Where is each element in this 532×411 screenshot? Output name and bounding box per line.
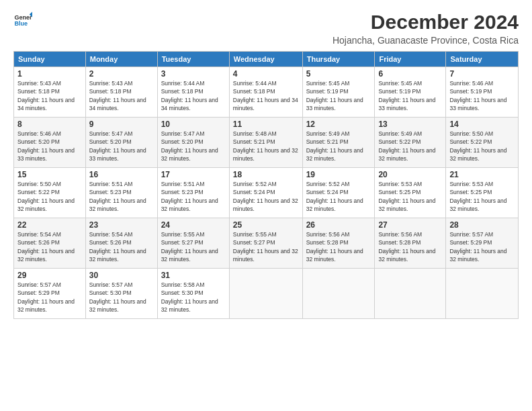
page: General Blue December 2024 Hojancha, Gua… [0, 0, 532, 411]
table-row: 14Sunrise: 5:50 AMSunset: 5:22 PMDayligh… [446, 118, 519, 168]
day-number: 21 [449, 170, 515, 179]
svg-text:Blue: Blue [14, 20, 28, 27]
day-info: Sunrise: 5:45 AMSunset: 5:19 PMDaylight:… [306, 79, 371, 112]
header-saturday: Saturday [446, 52, 519, 67]
day-info: Sunrise: 5:50 AMSunset: 5:22 PMDaylight:… [449, 130, 515, 163]
day-number: 6 [378, 69, 442, 79]
table-row [375, 269, 446, 319]
day-number: 1 [17, 69, 82, 79]
table-row: 9Sunrise: 5:47 AMSunset: 5:20 PMDaylight… [85, 118, 157, 168]
table-row: 20Sunrise: 5:53 AMSunset: 5:25 PMDayligh… [375, 168, 446, 218]
day-number: 30 [89, 271, 154, 280]
table-row [229, 269, 302, 319]
day-number: 27 [378, 220, 442, 230]
table-row: 1Sunrise: 5:43 AMSunset: 5:18 PMDaylight… [14, 67, 86, 118]
day-info: Sunrise: 5:44 AMSunset: 5:18 PMDaylight:… [233, 79, 299, 112]
table-row: 18Sunrise: 5:52 AMSunset: 5:24 PMDayligh… [229, 168, 302, 218]
day-number: 14 [449, 120, 515, 129]
day-info: Sunrise: 5:53 AMSunset: 5:25 PMDaylight:… [378, 180, 442, 213]
day-number: 11 [233, 120, 299, 129]
day-info: Sunrise: 5:51 AMSunset: 5:23 PMDaylight:… [89, 180, 154, 213]
day-info: Sunrise: 5:47 AMSunset: 5:20 PMDaylight:… [89, 130, 154, 163]
day-info: Sunrise: 5:53 AMSunset: 5:25 PMDaylight:… [449, 180, 515, 213]
table-row: 13Sunrise: 5:49 AMSunset: 5:22 PMDayligh… [375, 118, 446, 168]
day-info: Sunrise: 5:44 AMSunset: 5:18 PMDaylight:… [161, 79, 226, 112]
table-row: 31Sunrise: 5:58 AMSunset: 5:30 PMDayligh… [157, 269, 229, 319]
svg-text:General: General [14, 14, 32, 21]
day-number: 17 [161, 170, 226, 179]
day-info: Sunrise: 5:58 AMSunset: 5:30 PMDaylight:… [161, 281, 226, 314]
day-number: 26 [306, 220, 371, 230]
main-title: December 2024 [332, 11, 519, 34]
day-number: 18 [233, 170, 299, 179]
table-row: 10Sunrise: 5:47 AMSunset: 5:20 PMDayligh… [157, 118, 229, 168]
day-number: 8 [17, 120, 82, 129]
table-row: 23Sunrise: 5:54 AMSunset: 5:26 PMDayligh… [85, 218, 157, 269]
calendar-week-row: 29Sunrise: 5:57 AMSunset: 5:29 PMDayligh… [14, 269, 519, 319]
day-info: Sunrise: 5:47 AMSunset: 5:20 PMDaylight:… [161, 130, 226, 163]
table-row: 4Sunrise: 5:44 AMSunset: 5:18 PMDaylight… [229, 67, 302, 118]
logo-icon: General Blue [13, 11, 32, 30]
day-number: 7 [449, 69, 515, 79]
calendar-week-row: 22Sunrise: 5:54 AMSunset: 5:26 PMDayligh… [14, 218, 519, 269]
header-monday: Monday [85, 52, 157, 67]
day-info: Sunrise: 5:57 AMSunset: 5:29 PMDaylight:… [17, 281, 82, 314]
calendar-week-row: 1Sunrise: 5:43 AMSunset: 5:18 PMDaylight… [14, 67, 519, 118]
title-block: December 2024 Hojancha, Guanacaste Provi… [332, 11, 519, 46]
day-info: Sunrise: 5:43 AMSunset: 5:18 PMDaylight:… [17, 79, 82, 112]
header-thursday: Thursday [302, 52, 375, 67]
day-number: 5 [306, 69, 371, 79]
day-info: Sunrise: 5:52 AMSunset: 5:24 PMDaylight:… [306, 180, 371, 213]
table-row: 30Sunrise: 5:57 AMSunset: 5:30 PMDayligh… [85, 269, 157, 319]
calendar-table: Sunday Monday Tuesday Wednesday Thursday… [13, 51, 519, 319]
header-friday: Friday [375, 52, 446, 67]
table-row: 5Sunrise: 5:45 AMSunset: 5:19 PMDaylight… [302, 67, 375, 118]
day-number: 16 [89, 170, 154, 179]
table-row: 21Sunrise: 5:53 AMSunset: 5:25 PMDayligh… [446, 168, 519, 218]
day-info: Sunrise: 5:57 AMSunset: 5:29 PMDaylight:… [449, 230, 515, 263]
table-row: 7Sunrise: 5:46 AMSunset: 5:19 PMDaylight… [446, 67, 519, 118]
table-row: 26Sunrise: 5:56 AMSunset: 5:28 PMDayligh… [302, 218, 375, 269]
day-info: Sunrise: 5:52 AMSunset: 5:24 PMDaylight:… [233, 180, 299, 213]
day-info: Sunrise: 5:43 AMSunset: 5:18 PMDaylight:… [89, 79, 154, 112]
day-number: 4 [233, 69, 299, 79]
calendar-week-row: 8Sunrise: 5:46 AMSunset: 5:20 PMDaylight… [14, 118, 519, 168]
header: General Blue December 2024 Hojancha, Gua… [13, 11, 519, 46]
table-row: 12Sunrise: 5:49 AMSunset: 5:21 PMDayligh… [302, 118, 375, 168]
day-info: Sunrise: 5:46 AMSunset: 5:19 PMDaylight:… [449, 79, 515, 112]
day-info: Sunrise: 5:56 AMSunset: 5:28 PMDaylight:… [306, 230, 371, 263]
table-row: 28Sunrise: 5:57 AMSunset: 5:29 PMDayligh… [446, 218, 519, 269]
day-number: 9 [89, 120, 154, 129]
table-row: 11Sunrise: 5:48 AMSunset: 5:21 PMDayligh… [229, 118, 302, 168]
subtitle: Hojancha, Guanacaste Province, Costa Ric… [332, 35, 519, 46]
day-number: 15 [17, 170, 82, 179]
day-number: 28 [449, 220, 515, 230]
table-row: 2Sunrise: 5:43 AMSunset: 5:18 PMDaylight… [85, 67, 157, 118]
day-info: Sunrise: 5:54 AMSunset: 5:26 PMDaylight:… [89, 230, 154, 263]
header-wednesday: Wednesday [229, 52, 302, 67]
day-info: Sunrise: 5:49 AMSunset: 5:21 PMDaylight:… [306, 130, 371, 163]
day-info: Sunrise: 5:56 AMSunset: 5:28 PMDaylight:… [378, 230, 442, 263]
day-info: Sunrise: 5:54 AMSunset: 5:26 PMDaylight:… [17, 230, 82, 263]
table-row [446, 269, 519, 319]
day-info: Sunrise: 5:55 AMSunset: 5:27 PMDaylight:… [161, 230, 226, 263]
logo: General Blue [13, 11, 32, 30]
day-info: Sunrise: 5:50 AMSunset: 5:22 PMDaylight:… [17, 180, 82, 213]
day-number: 24 [161, 220, 226, 230]
weekday-header-row: Sunday Monday Tuesday Wednesday Thursday… [14, 52, 519, 67]
header-tuesday: Tuesday [157, 52, 229, 67]
table-row: 27Sunrise: 5:56 AMSunset: 5:28 PMDayligh… [375, 218, 446, 269]
table-row: 24Sunrise: 5:55 AMSunset: 5:27 PMDayligh… [157, 218, 229, 269]
day-number: 29 [17, 271, 82, 280]
table-row: 8Sunrise: 5:46 AMSunset: 5:20 PMDaylight… [14, 118, 86, 168]
calendar-week-row: 15Sunrise: 5:50 AMSunset: 5:22 PMDayligh… [14, 168, 519, 218]
table-row: 22Sunrise: 5:54 AMSunset: 5:26 PMDayligh… [14, 218, 86, 269]
table-row: 6Sunrise: 5:45 AMSunset: 5:19 PMDaylight… [375, 67, 446, 118]
day-number: 13 [378, 120, 442, 129]
day-info: Sunrise: 5:48 AMSunset: 5:21 PMDaylight:… [233, 130, 299, 163]
day-number: 19 [306, 170, 371, 179]
day-number: 31 [161, 271, 226, 280]
table-row: 25Sunrise: 5:55 AMSunset: 5:27 PMDayligh… [229, 218, 302, 269]
day-number: 12 [306, 120, 371, 129]
day-number: 2 [89, 69, 154, 79]
